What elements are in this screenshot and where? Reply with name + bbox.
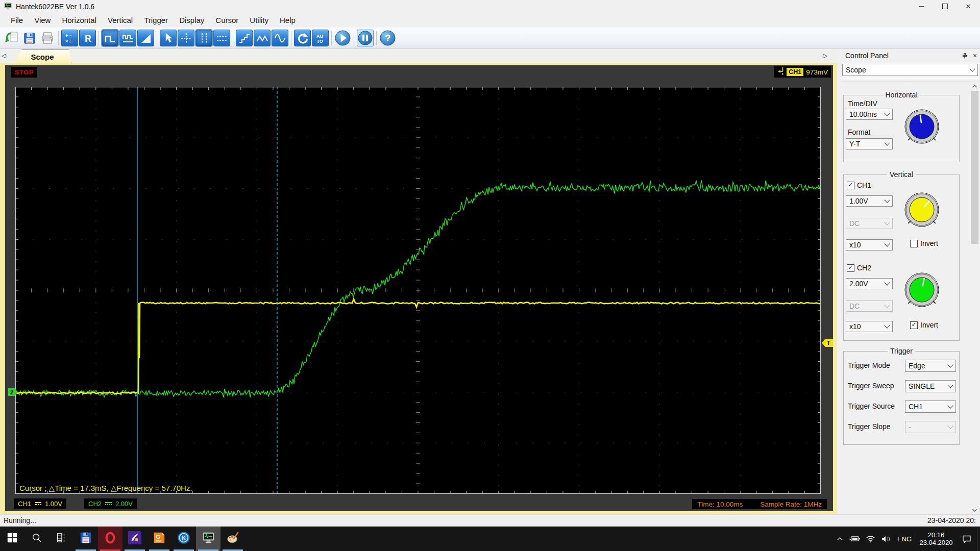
ch2-volts-div-dropdown[interactable]: 2.00V bbox=[846, 278, 893, 289]
ch1-invert-checkbox[interactable]: ✓ Invert bbox=[910, 239, 938, 247]
help-button[interactable]: ? bbox=[379, 30, 396, 46]
refresh-button[interactable] bbox=[294, 30, 311, 46]
system-tray: ENG 20:16 23.04.2020 bbox=[832, 527, 980, 551]
taskbar-paint-button[interactable] bbox=[220, 527, 245, 551]
pulse-train-button[interactable] bbox=[119, 30, 136, 46]
trigger-level-marker[interactable]: T bbox=[822, 339, 833, 347]
toolbar-separator bbox=[233, 31, 233, 45]
taskbar-hantek-app-button[interactable] bbox=[196, 527, 220, 551]
dc-coupling-icon bbox=[35, 502, 41, 508]
menu-view[interactable]: View bbox=[29, 14, 56, 26]
tab-scroll-right-icon[interactable]: ▷ bbox=[823, 52, 827, 59]
menu-trigger[interactable]: Trigger bbox=[138, 14, 174, 26]
horizontal-position-knob[interactable] bbox=[904, 109, 940, 144]
trigger-source-dropdown[interactable]: CH1 bbox=[905, 400, 956, 413]
menu-vertical[interactable]: Vertical bbox=[102, 14, 138, 26]
start-icon bbox=[7, 532, 18, 545]
taskbar-start-button[interactable] bbox=[0, 527, 24, 551]
waveform-plot bbox=[15, 87, 821, 494]
ch1-volts-div-dropdown[interactable]: 1.00V bbox=[846, 195, 893, 207]
panel-close-icon[interactable]: × bbox=[970, 51, 980, 61]
ch1-enable-checkbox[interactable]: ✓ CH1 bbox=[847, 181, 871, 189]
toolbar-separator bbox=[58, 31, 59, 45]
menu-horizontal[interactable]: Horizontal bbox=[56, 14, 102, 26]
scroll-down-icon[interactable] bbox=[970, 506, 979, 514]
wifi-icon[interactable] bbox=[863, 527, 878, 551]
svg-text:R: R bbox=[85, 34, 91, 44]
svg-text:?: ? bbox=[385, 33, 390, 43]
ch1-position-knob[interactable] bbox=[904, 192, 940, 228]
menu-utility[interactable]: Utility bbox=[244, 14, 274, 26]
open-button[interactable] bbox=[3, 30, 20, 46]
triangle-wave-button[interactable] bbox=[254, 30, 271, 46]
menu-display[interactable]: Display bbox=[174, 14, 210, 26]
vertical-cursor-button[interactable] bbox=[195, 30, 212, 46]
auto-set-button[interactable]: AUTO bbox=[312, 30, 329, 46]
ramp-icon bbox=[140, 32, 152, 44]
format-dropdown[interactable]: Y-T bbox=[846, 138, 893, 149]
graticule[interactable] bbox=[15, 87, 821, 494]
taskbar-pdf-app-button[interactable]: GPDF bbox=[147, 527, 172, 551]
minimize-button[interactable] bbox=[910, 0, 933, 13]
cross-cursor-button[interactable] bbox=[178, 30, 194, 46]
window-title: Hantek6022BE Ver 1.0.6 bbox=[16, 3, 94, 11]
horizontal-cursor-button[interactable] bbox=[213, 30, 230, 46]
scroll-up-icon[interactable] bbox=[970, 82, 979, 90]
tab-scope[interactable]: Scope bbox=[13, 49, 71, 64]
time-div-dropdown[interactable]: 10.00ms bbox=[846, 109, 893, 120]
menu-file[interactable]: File bbox=[5, 14, 29, 26]
math-button[interactable]: + −× ÷ bbox=[61, 30, 78, 46]
pause-button[interactable] bbox=[357, 30, 374, 46]
reference-button[interactable]: R bbox=[79, 30, 96, 46]
ch2-position-knob[interactable] bbox=[904, 272, 940, 308]
clock[interactable]: 20:16 23.04.2020 bbox=[916, 531, 957, 546]
print-button[interactable] bbox=[39, 30, 56, 46]
task-view-icon bbox=[56, 532, 67, 545]
sine-wave-button[interactable] bbox=[272, 30, 288, 46]
maximize-button[interactable] bbox=[933, 0, 957, 13]
action-center-icon[interactable] bbox=[957, 527, 977, 551]
pointer-button[interactable] bbox=[160, 30, 177, 46]
opera-browser-icon bbox=[104, 531, 117, 546]
horizontal-legend: Horizontal bbox=[883, 91, 920, 99]
scope-display[interactable]: STOP CH1 973mV Cursor ; △Time = 17.3mS, … bbox=[5, 65, 833, 511]
show-desktop-button[interactable] bbox=[977, 527, 980, 551]
ch1-badge-label: CH1 bbox=[18, 500, 31, 508]
close-button[interactable]: ✕ bbox=[957, 0, 980, 13]
volume-icon[interactable] bbox=[878, 527, 893, 551]
ramp-button[interactable] bbox=[137, 30, 154, 46]
pulse-single-button[interactable] bbox=[102, 30, 118, 46]
taskbar-task-view-button[interactable] bbox=[49, 527, 74, 551]
panel-selector-dropdown[interactable]: Scope bbox=[842, 64, 978, 76]
svg-text:TO: TO bbox=[316, 39, 323, 44]
taskbar-opera-browser-button[interactable] bbox=[98, 527, 122, 551]
scrollbar-thumb[interactable] bbox=[971, 91, 978, 244]
menu-cursor[interactable]: Cursor bbox=[210, 14, 244, 26]
trigger-mode-dropdown[interactable]: Edge bbox=[905, 360, 956, 372]
taskbar-file-manager-button[interactable] bbox=[74, 527, 98, 551]
vertical-legend: Vertical bbox=[887, 170, 916, 179]
taskbar-graphics-app-button[interactable] bbox=[122, 527, 147, 551]
taskbar-k-app-button[interactable]: K bbox=[172, 527, 196, 551]
save-button[interactable] bbox=[21, 30, 38, 46]
trigger-sweep-dropdown[interactable]: SINGLE bbox=[905, 380, 956, 392]
ch1-probe-dropdown[interactable]: x10 bbox=[846, 239, 893, 251]
menu-help[interactable]: Help bbox=[274, 14, 301, 26]
ch2-enable-checkbox[interactable]: ✓ CH2 bbox=[847, 264, 871, 272]
language-indicator[interactable]: ENG bbox=[893, 535, 916, 543]
battery-icon[interactable] bbox=[847, 527, 863, 551]
ch2-probe-dropdown[interactable]: x10 bbox=[846, 321, 893, 332]
control-panel-scrollbar[interactable] bbox=[970, 82, 979, 514]
step-wave-button[interactable] bbox=[236, 30, 253, 46]
pin-icon[interactable] bbox=[960, 51, 970, 61]
open-icon bbox=[5, 31, 19, 45]
ch2-invert-checkbox[interactable]: ✓ Invert bbox=[910, 321, 938, 329]
toolbar: + −× ÷RAUTO? bbox=[0, 28, 980, 49]
clock-time: 20:16 bbox=[928, 531, 945, 539]
taskbar-search-button[interactable] bbox=[24, 527, 49, 551]
tab-scroll-left-icon[interactable]: ◁ bbox=[2, 52, 6, 59]
sine-wave-icon bbox=[274, 32, 286, 44]
tray-chevron-up-icon[interactable] bbox=[832, 527, 847, 551]
svg-text:AU: AU bbox=[316, 34, 323, 39]
run-button[interactable] bbox=[334, 30, 351, 46]
